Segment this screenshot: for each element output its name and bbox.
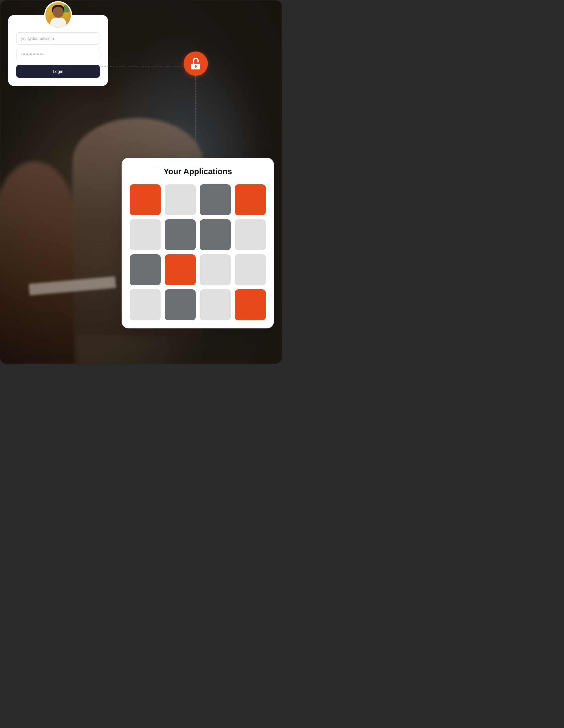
app-tile[interactable] <box>130 254 161 285</box>
app-tile[interactable] <box>235 254 266 285</box>
app-tile[interactable] <box>200 254 231 285</box>
avatar-head <box>53 7 64 18</box>
app-tile[interactable] <box>130 289 161 320</box>
avatar-plant <box>64 4 69 12</box>
unlock-icon <box>189 57 202 70</box>
app-tile[interactable] <box>165 254 196 285</box>
apps-card: Your Applications <box>122 158 274 328</box>
connector-horizontal <box>98 67 197 67</box>
app-tile[interactable] <box>235 219 266 250</box>
svg-rect-2 <box>195 66 196 68</box>
app-tile[interactable] <box>165 289 196 320</box>
app-tile[interactable] <box>130 184 161 215</box>
avatar-image <box>45 2 71 28</box>
connector-vertical <box>195 67 196 157</box>
person-left-silhouette <box>0 161 75 364</box>
login-card: Login <box>8 15 108 86</box>
app-tile[interactable] <box>200 219 231 250</box>
avatar-body <box>50 18 66 28</box>
app-tile[interactable] <box>130 219 161 250</box>
login-button[interactable]: Login <box>16 65 100 78</box>
apps-title: Your Applications <box>130 167 266 176</box>
app-tile[interactable] <box>200 289 231 320</box>
avatar <box>44 1 72 29</box>
email-input[interactable] <box>16 32 100 45</box>
lock-icon-circle <box>183 52 208 76</box>
app-tile[interactable] <box>200 184 231 215</box>
password-input[interactable] <box>16 48 100 60</box>
app-tile[interactable] <box>165 219 196 250</box>
apps-grid <box>130 184 266 320</box>
app-tile[interactable] <box>235 184 266 215</box>
app-tile[interactable] <box>235 289 266 320</box>
app-tile[interactable] <box>165 184 196 215</box>
